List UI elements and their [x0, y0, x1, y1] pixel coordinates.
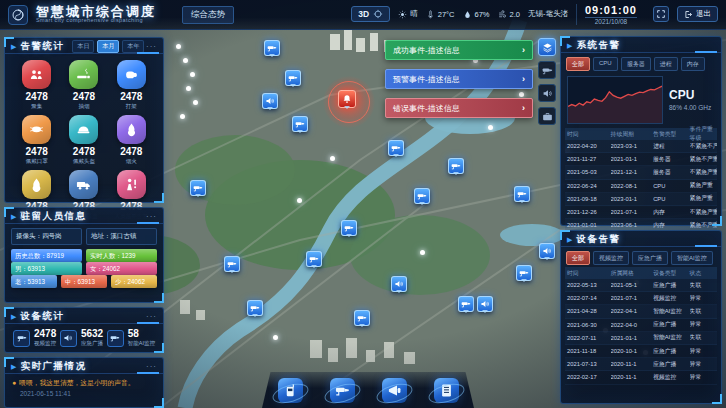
map-tool-button[interactable]	[538, 84, 556, 102]
device-alarm-tab[interactable]: 应急广播	[632, 251, 668, 265]
map-device-marker[interactable]	[458, 296, 474, 312]
system-alarm-row[interactable]: 2022-04-202023-03-1进程不紧急不严重	[565, 140, 717, 153]
device-alarm-row[interactable]: 2022-07-142021-07-1视频监控异常	[565, 292, 717, 305]
column-header: 设备类型	[653, 269, 689, 278]
dock-button[interactable]	[330, 378, 355, 403]
dock-button[interactable]	[278, 378, 303, 403]
panel-title: 驻留人员信息	[20, 210, 86, 223]
system-alarm-row[interactable]: 2021-12-262021-07-1内存不紧急严重	[565, 206, 717, 219]
device-alarm-row[interactable]: 2021-06-302022-04-0应急广播异常	[565, 319, 717, 332]
device-alarm-row[interactable]: 2022-02-172020-11-1视频监控异常	[565, 371, 717, 384]
event-banner[interactable]: 成功事件-描述信息 ›	[385, 40, 533, 60]
clock-date: 2021/10/08	[585, 17, 637, 25]
map-tool-icon	[542, 65, 553, 76]
alarm-period-tab[interactable]: 本月	[97, 40, 119, 53]
map-device-marker[interactable]	[388, 140, 404, 156]
alarm-stat-tile[interactable]: 2478 聚集	[13, 60, 60, 110]
alarm-type-icon	[29, 177, 44, 192]
dock-icon	[387, 383, 402, 398]
fullscreen-button[interactable]	[653, 6, 669, 22]
map-poi-dot[interactable]	[297, 198, 302, 203]
panel-title: 实时广播情况	[20, 360, 86, 373]
map-device-marker[interactable]	[514, 186, 530, 202]
alarm-type-icon	[124, 122, 139, 137]
map-device-marker[interactable]	[354, 310, 370, 326]
map-poi-dot[interactable]	[193, 100, 198, 105]
map-device-marker[interactable]	[224, 256, 240, 272]
map-device-marker[interactable]	[264, 40, 280, 56]
map-poi-dot[interactable]	[176, 44, 181, 49]
map-tool-button[interactable]	[538, 38, 556, 56]
map-device-marker[interactable]	[306, 251, 322, 267]
map-poi-dot[interactable]	[488, 125, 493, 130]
marker-icon	[344, 223, 354, 233]
map-device-marker[interactable]	[539, 243, 555, 259]
system-alarm-tab[interactable]: 进程	[654, 57, 678, 71]
dock-button[interactable]	[382, 378, 407, 403]
map-tool-icon	[542, 111, 553, 122]
map-device-marker[interactable]	[190, 180, 206, 196]
device-alarm-row[interactable]: 2022-05-132021-05-1应急广播失联	[565, 279, 717, 292]
map-poi-dot[interactable]	[190, 72, 195, 77]
map-poi-dot[interactable]	[273, 335, 278, 340]
map-device-marker[interactable]	[516, 265, 532, 281]
device-alarm-tab[interactable]: 全部	[566, 251, 590, 265]
device-stat[interactable]: 5632 应急广播	[60, 329, 103, 347]
map-device-marker[interactable]	[414, 188, 430, 204]
system-alarm-tab[interactable]: CPU	[593, 57, 618, 71]
alarm-stat-tile[interactable]: 2478 佩戴口罩	[13, 115, 60, 165]
personnel-bar: 老：53913	[11, 275, 57, 288]
map-tool-button[interactable]	[538, 61, 556, 79]
system-alarm-tab[interactable]: 全部	[566, 57, 590, 71]
map-poi-dot[interactable]	[186, 86, 191, 91]
exit-icon	[684, 10, 693, 19]
device-alarm-row[interactable]: 2022-07-112021-01-1智能AI监控失联	[565, 332, 717, 345]
marker-icon	[461, 299, 471, 309]
event-banner[interactable]: 错误事件-描述信息 ›	[385, 98, 533, 118]
mode-3d-toggle[interactable]: 3D	[351, 6, 390, 22]
more-menu-icon[interactable]: ···	[146, 312, 157, 321]
map-device-marker[interactable]	[262, 93, 278, 109]
map-device-marker[interactable]	[391, 276, 407, 292]
map-device-marker[interactable]	[448, 158, 464, 174]
map-poi-dot[interactable]	[330, 156, 335, 161]
map-poi-dot[interactable]	[180, 114, 185, 119]
alarm-stat-tile[interactable]: 2478 烟火	[108, 115, 155, 165]
more-menu-icon[interactable]: ···	[146, 362, 157, 371]
system-alarm-row[interactable]: 2021-05-032021-12-1服务器不紧急严重	[565, 166, 717, 179]
event-banner[interactable]: 预警事件-描述信息 ›	[385, 69, 533, 89]
alarm-stat-tile[interactable]: 2478 佩戴头盔	[60, 115, 107, 165]
device-alarm-tab[interactable]: 视频监控	[593, 251, 629, 265]
alarm-marker[interactable]	[338, 90, 356, 108]
marker-icon	[542, 246, 552, 256]
device-stat[interactable]: 2478 视频监控	[13, 329, 56, 347]
device-alarm-row[interactable]: 2021-07-132020-11-1应急广播异常	[565, 358, 717, 371]
tab-overview[interactable]: 综合态势	[182, 6, 234, 24]
exit-button[interactable]: 退出	[677, 6, 718, 22]
more-menu-icon[interactable]: ···	[146, 42, 157, 51]
system-alarm-row[interactable]: 2021-11-272021-01-1服务器紧急不严重	[565, 153, 717, 166]
map-device-marker[interactable]	[477, 296, 493, 312]
system-alarm-row[interactable]: 2021-09-182023-01-1CPU紧急严重	[565, 193, 717, 206]
more-menu-icon[interactable]: ···	[146, 212, 157, 221]
device-alarm-row[interactable]: 2021-11-182020-10-1应急广播异常	[565, 345, 717, 358]
system-alarm-tab[interactable]: 服务器	[621, 57, 651, 71]
map-device-marker[interactable]	[247, 300, 263, 316]
device-alarm-tab[interactable]: 智能AI监控	[671, 251, 713, 265]
map-device-marker[interactable]	[292, 116, 308, 132]
map-poi-dot[interactable]	[420, 250, 425, 255]
device-stat[interactable]: 58 智能AI监控	[107, 329, 155, 347]
device-alarm-row[interactable]: 2021-04-282022-04-1智能AI监控失联	[565, 305, 717, 318]
alarm-stat-tile[interactable]: 2478 打架	[108, 60, 155, 110]
map-tool-button[interactable]	[538, 107, 556, 125]
map-poi-dot[interactable]	[183, 58, 188, 63]
alarm-stat-tile[interactable]: 2478 抽烟	[60, 60, 107, 110]
alarm-type-icon	[29, 67, 44, 82]
system-alarm-tab[interactable]: 内存	[681, 57, 705, 71]
alarm-period-tab[interactable]: 本日	[72, 40, 94, 53]
system-alarm-row[interactable]: 2022-06-242022-08-1CPU紧急严重	[565, 180, 717, 193]
alarm-type-icon	[29, 122, 44, 137]
dock-button[interactable]	[434, 378, 459, 403]
map-device-marker[interactable]	[341, 220, 357, 236]
map-device-marker[interactable]	[285, 70, 301, 86]
